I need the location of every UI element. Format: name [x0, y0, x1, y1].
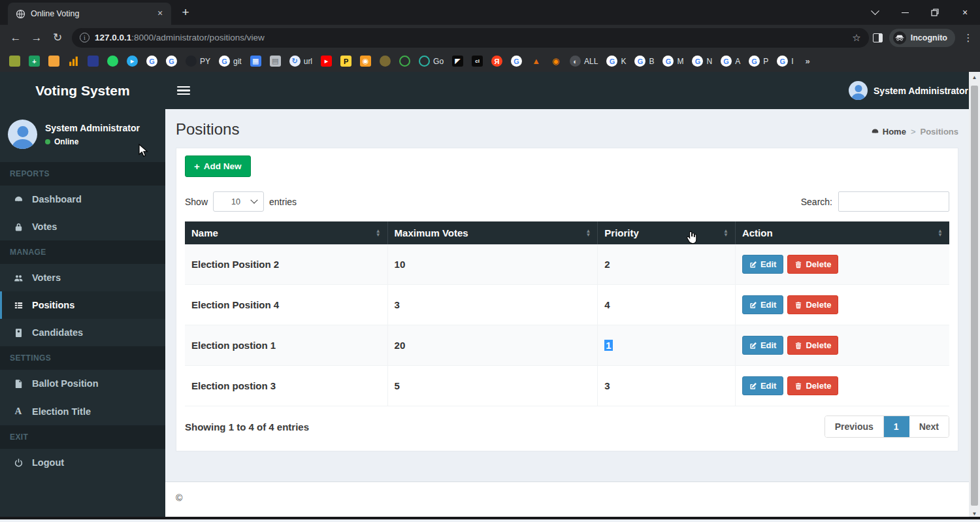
edit-pencil-icon: [749, 261, 757, 269]
google-bookmark-2-icon[interactable]: G: [166, 56, 177, 67]
google-n-bookmark-icon[interactable]: GN: [692, 56, 712, 67]
telegram-bookmark-icon[interactable]: ▸: [127, 56, 138, 67]
bookmark-star-icon[interactable]: ☆: [852, 32, 860, 44]
navbar-user-menu[interactable]: System Administrator: [849, 81, 968, 100]
window-close-button[interactable]: ×: [950, 0, 980, 25]
edit-pencil-icon: [749, 382, 757, 390]
sidebar-item-votes[interactable]: Votes: [0, 213, 165, 240]
matlab-bookmark-icon[interactable]: ▲: [531, 56, 542, 67]
go-ring-bookmark-icon[interactable]: Go: [419, 56, 444, 67]
column-header-maximum-votes[interactable]: Maximum Votes▲▼: [387, 221, 598, 244]
scrollbar-thumb[interactable]: [971, 86, 978, 506]
google-b-bookmark-icon[interactable]: GB: [634, 56, 654, 67]
orange-badge-bookmark-icon[interactable]: [48, 56, 59, 67]
amber-bookmark: [380, 56, 391, 67]
google-p-bookmark-icon[interactable]: GP: [749, 56, 768, 67]
online-label: Online: [54, 137, 78, 146]
fire-eye-bookmark: ◉: [550, 56, 561, 67]
column-header-name[interactable]: Name▲▼: [185, 221, 387, 244]
browser-tab[interactable]: Online Voting ×: [8, 3, 171, 25]
blue-grid-bookmark-icon[interactable]: ▦: [250, 56, 261, 67]
sidebar-item-logout[interactable]: Logout: [0, 449, 165, 476]
page-size-value: 10: [220, 197, 252, 206]
site-info-icon[interactable]: i: [80, 33, 90, 42]
google-k-bookmark: G: [606, 56, 617, 67]
youtube-bookmark-icon[interactable]: ▸: [321, 56, 332, 67]
cl-bookmark-icon[interactable]: cl: [472, 56, 483, 67]
fire-eye-bookmark-icon[interactable]: ◉: [550, 56, 561, 67]
google-a-bookmark-label: A: [735, 57, 740, 66]
google-a-bookmark-icon[interactable]: GA: [721, 56, 740, 67]
sidebar-item-positions[interactable]: Positions: [0, 291, 165, 319]
amber-bookmark-icon[interactable]: [380, 56, 391, 67]
edit-button[interactable]: Edit: [742, 255, 784, 274]
sidebar-item-dashboard[interactable]: Dashboard: [0, 186, 165, 213]
reload-button[interactable]: ↻: [47, 27, 68, 48]
whatsapp-bookmark: [107, 56, 118, 67]
matlab-bookmark: ▲: [531, 56, 542, 67]
positions-table: Name▲▼Maximum Votes▲▼Priority▲▼Action▲▼ …: [185, 221, 949, 406]
cell-actions: EditDelete: [735, 285, 949, 325]
google-bookmark-1-icon[interactable]: G: [146, 56, 157, 67]
delete-button[interactable]: Delete: [787, 376, 838, 395]
google-i-bookmark-icon[interactable]: GI: [777, 56, 793, 67]
next-page-button[interactable]: Next: [909, 416, 949, 437]
address-bar[interactable]: i 127.0.0.1:8000/administrator/positions…: [72, 28, 869, 48]
leaf-bookmark-icon[interactable]: [9, 56, 20, 67]
sidebar-item-candidates[interactable]: Candidates: [0, 319, 165, 346]
file-icon: [12, 379, 25, 389]
sidebar-toggle-hamburger-icon[interactable]: [177, 86, 190, 95]
window-menu-chevron-icon[interactable]: [860, 0, 890, 25]
page-1-button[interactable]: 1: [884, 416, 909, 437]
back-button[interactable]: ←: [5, 27, 26, 48]
breadcrumb-home-link[interactable]: Home: [871, 127, 906, 137]
scroll-up-arrow-icon[interactable]: ▲: [969, 72, 980, 83]
browser-menu-icon[interactable]: ⋮: [962, 32, 975, 44]
edit-button[interactable]: Edit: [742, 295, 784, 314]
previous-page-button[interactable]: Previous: [825, 416, 884, 437]
whatsapp-bookmark-icon[interactable]: [107, 56, 118, 67]
side-panel-icon[interactable]: [873, 33, 883, 42]
window-minimize-button[interactable]: [890, 0, 920, 25]
delete-button[interactable]: Delete: [787, 255, 838, 274]
table-row: Election postion 1201EditDelete: [185, 325, 949, 366]
delete-button[interactable]: Delete: [787, 295, 838, 314]
google-git-bookmark-icon[interactable]: Ggit: [219, 56, 242, 67]
sidebar-item-voters[interactable]: Voters: [0, 264, 165, 291]
add-new-button[interactable]: + Add New: [185, 155, 251, 177]
sidebar-item-ballot-position[interactable]: Ballot Position: [0, 370, 165, 397]
yandex-bookmark: Я: [491, 56, 502, 67]
edit-button[interactable]: Edit: [742, 336, 784, 355]
brand-logo[interactable]: Voting System: [0, 72, 165, 109]
google-k-bookmark-icon[interactable]: GK: [606, 56, 626, 67]
forward-button[interactable]: →: [26, 27, 47, 48]
sheets-bookmark-icon[interactable]: +: [29, 56, 40, 67]
eagle-bookmark-icon[interactable]: ◤: [452, 56, 463, 67]
yandex-bookmark-icon[interactable]: Я: [491, 56, 502, 67]
search-input[interactable]: [838, 191, 949, 212]
tab-close-icon[interactable]: ×: [154, 8, 166, 20]
column-header-priority[interactable]: Priority▲▼: [598, 221, 736, 244]
trash-icon: [794, 301, 802, 309]
gauge-icon: [12, 195, 25, 204]
sidebar-item-election-title[interactable]: AElection Title: [0, 397, 165, 425]
page-size-select[interactable]: 10: [213, 191, 264, 212]
bookmarks-overflow-icon[interactable]: »: [802, 56, 813, 67]
url-bookmark-icon[interactable]: ↻url: [289, 56, 312, 67]
edit-button[interactable]: Edit: [742, 376, 784, 395]
ieee-bookmark-icon[interactable]: [88, 56, 99, 67]
google-m-bookmark-icon[interactable]: GM: [662, 56, 683, 67]
green-ring-bookmark-icon[interactable]: [399, 56, 410, 67]
github-py-bookmark-icon[interactable]: PY: [186, 56, 210, 67]
new-tab-button[interactable]: +: [176, 4, 195, 22]
page-scrollbar[interactable]: ▲ ▼: [969, 72, 980, 519]
camera-bookmark-icon[interactable]: ◉: [360, 56, 371, 67]
globe-all-bookmark-icon[interactable]: ◐ALL: [570, 56, 598, 67]
analytics-bookmark-icon[interactable]: [68, 56, 79, 67]
window-restore-button[interactable]: [920, 0, 950, 25]
google-bookmark-3-icon[interactable]: G: [511, 56, 522, 67]
delete-button[interactable]: Delete: [787, 336, 838, 355]
p-yellow-bookmark-icon[interactable]: P: [340, 56, 351, 67]
column-header-action[interactable]: Action▲▼: [735, 221, 949, 244]
bank-bookmark-icon[interactable]: ▤: [270, 56, 281, 67]
